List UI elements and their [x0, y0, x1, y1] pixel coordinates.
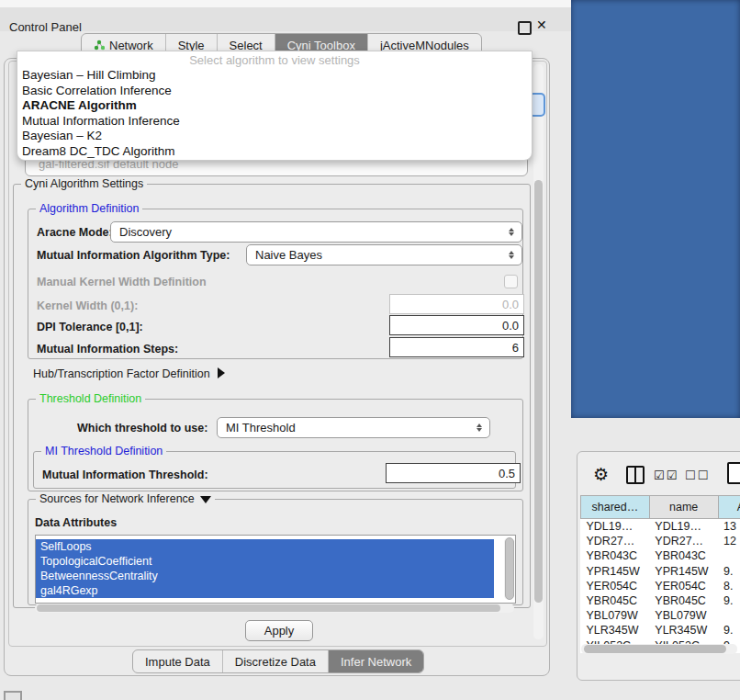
aracne-mode-label: Aracne Mode: [37, 226, 113, 239]
spinner-arrows-icon [473, 423, 486, 432]
data-attributes-list[interactable]: SelfLoopsTopologicalCoefficientBetweenne… [35, 535, 516, 604]
table-row[interactable]: YDL19…YDL19…13 [581, 519, 740, 535]
mi-threshold-input[interactable]: 0.5 [386, 463, 521, 483]
mi-steps-label: Mutual Information Steps: [37, 343, 178, 356]
aracne-mode-value: Discovery [111, 225, 505, 239]
node-table-viewport: shared…nameA YDL19…YDL19…13YDR27…YDR27…1… [580, 495, 740, 654]
table-cell: 8. [718, 579, 740, 593]
algorithm-option[interactable]: ARACNE Algorithm [17, 98, 532, 114]
table-cell [718, 548, 740, 563]
algorithm-dropdown-list: Bayesian – Hill ClimbingBasic Correlatio… [17, 68, 532, 159]
network-icon [94, 40, 105, 51]
attributes-list-scrollbar[interactable] [504, 537, 513, 600]
dpi-tolerance-label: DPI Tolerance [0,1]: [37, 321, 143, 333]
attribute-list-item[interactable]: SelfLoops [36, 539, 494, 554]
table-cell: YER054C [649, 579, 718, 593]
application-window: Control Panel ✕ NetworkStyleSelectCyni T… [0, 0, 740, 700]
control-panel-scrollbar[interactable] [533, 64, 544, 639]
attribute-list-item[interactable]: BetweennessCentrality [36, 569, 494, 583]
table-cell: YBR043C [581, 548, 650, 563]
dpi-tolerance-input[interactable]: 0.0 [389, 315, 524, 335]
float-window-icon[interactable] [518, 21, 532, 35]
algorithm-option[interactable]: Basic Correlation Inference [17, 84, 532, 99]
apply-button[interactable]: Apply [245, 620, 313, 641]
mi-type-select[interactable]: Naive Bayes [246, 244, 522, 265]
tab-infer-network[interactable]: Infer Network [329, 650, 423, 672]
algorithm-option[interactable]: Dream8 DC_TDC Algorithm [17, 144, 532, 160]
algorithm-dropdown-prompt: Select algorithm to view settings [17, 51, 532, 68]
column-header-shared[interactable]: shared… [581, 496, 650, 519]
kernel-width-label: Kernel Width (0,1): [37, 299, 138, 312]
cyni-settings-title: Cyni Algorithm Settings [21, 177, 147, 190]
table-cell: YDL19… [581, 519, 650, 535]
which-threshold-select[interactable]: MI Threshold [217, 417, 490, 438]
table-cell: YBL079W [581, 608, 650, 623]
kernel-width-input[interactable]: 0.0 [389, 294, 524, 314]
mi-threshold-title: MI Threshold Definition [41, 445, 166, 457]
collapse-down-icon [200, 496, 211, 503]
table-cell: 9. [718, 593, 740, 608]
attributes-hscrollbar[interactable] [35, 604, 514, 613]
collapsed-panel-button[interactable] [4, 691, 22, 700]
mi-type-label: Mutual Information Algorithm Type: [37, 249, 230, 262]
table-cell: YPR145W [649, 564, 718, 579]
threshold-definition-title: Threshold Definition [36, 392, 145, 405]
table-cell [718, 608, 740, 623]
mi-steps-input[interactable]: 6 [389, 337, 524, 357]
hub-definition-label: Hub/Transcription Factor Definition [33, 367, 210, 380]
table-cell: 13 [718, 519, 740, 535]
table-cell: YDR27… [649, 534, 718, 548]
manual-kernel-label: Manual Kernel Width Definition [37, 276, 207, 288]
split-columns-icon[interactable] [626, 466, 645, 484]
hub-definition-toggle[interactable]: Hub/Transcription Factor Definition [33, 367, 225, 380]
tab-label: Infer Network [341, 655, 411, 669]
table-row[interactable]: YBL079WYBL079W [581, 608, 740, 623]
column-header-name[interactable]: name [649, 496, 718, 519]
cyni-bottom-tabbar: Impute DataDiscretize DataInfer Network [132, 649, 424, 673]
table-cell: YER054C [581, 579, 650, 593]
column-header-a[interactable]: A [718, 496, 740, 519]
algorithm-dropdown: Select algorithm to view settings Bayesi… [17, 51, 533, 161]
file-icon[interactable] [727, 462, 740, 484]
table-cell: 9. [718, 623, 740, 638]
spinner-arrows-icon [505, 251, 518, 259]
tab-label: Discretize Data [235, 655, 316, 669]
table-row[interactable]: YBR043CYBR043C [581, 548, 740, 563]
algorithm-option[interactable]: Mutual Information Inference [17, 114, 532, 130]
table-cell: YDR27… [581, 534, 650, 548]
sources-title[interactable]: Sources for Network Inference [36, 492, 215, 505]
table-cell: YDL19… [649, 519, 718, 535]
algorithm-option[interactable]: Bayesian – K2 [17, 129, 532, 144]
table-cell: YPR145W [581, 564, 650, 579]
checked-boxes-icon[interactable]: ☑☑ [654, 469, 678, 482]
table-row[interactable]: YDR27…YDR27…12 [581, 534, 740, 548]
tab-impute-data[interactable]: Impute Data [133, 650, 223, 672]
manual-kernel-checkbox[interactable] [504, 275, 518, 288]
attribute-list-item[interactable]: TopologicalCoefficient [36, 554, 494, 569]
table-row[interactable]: YLR345WYLR345W9. [581, 623, 740, 638]
unchecked-boxes-icon[interactable]: ☐☐ [685, 469, 710, 482]
table-cell: YBL079W [649, 608, 718, 623]
close-icon[interactable]: ✕ [536, 17, 547, 32]
algorithm-definition-title: Algorithm Definition [36, 202, 142, 215]
control-panel-header: Control Panel ✕ [0, 7, 571, 31]
table-hscrollbar[interactable] [581, 644, 737, 654]
which-threshold-label: Which threshold to use: [77, 422, 207, 435]
algorithm-option[interactable]: Bayesian – Hill Climbing [17, 68, 532, 84]
data-attributes-label: Data Attributes [35, 516, 117, 529]
table-cell: YBR045C [649, 593, 718, 608]
control-panel-title: Control Panel [9, 20, 82, 34]
tab-discretize-data[interactable]: Discretize Data [223, 650, 329, 672]
table-row[interactable]: YER054CYER054C8. [581, 579, 740, 593]
table-cell: YLR345W [581, 623, 650, 638]
aracne-mode-select[interactable]: Discovery [110, 221, 522, 243]
table-cell: YBR045C [581, 593, 650, 608]
table-row[interactable]: YPR145WYPR145W9. [581, 564, 740, 579]
gear-icon[interactable]: ⚙ [593, 464, 609, 485]
attribute-list-item[interactable]: gal4RGexp [36, 583, 494, 598]
spinner-arrows-icon [505, 228, 518, 236]
table-row[interactable]: YBR045CYBR045C9. [581, 593, 740, 608]
table-panel-header: Table Panel [571, 418, 740, 451]
table-cell: 9. [718, 564, 740, 579]
expand-right-icon [218, 367, 225, 378]
